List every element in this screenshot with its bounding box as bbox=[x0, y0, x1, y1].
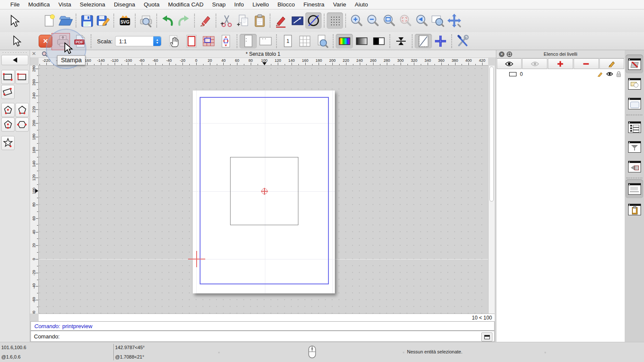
zoom-window-button[interactable] bbox=[430, 12, 446, 29]
ruler-tick bbox=[482, 63, 483, 65]
drawing-sheet-button[interactable] bbox=[415, 34, 432, 48]
edit-layer-button[interactable] bbox=[599, 58, 625, 69]
paste-button[interactable] bbox=[251, 12, 267, 29]
null-layer-button[interactable] bbox=[305, 12, 322, 29]
ruler-label: 60 bbox=[32, 212, 36, 225]
hairline-mode-button[interactable] bbox=[392, 34, 410, 48]
pen-properties-button[interactable] bbox=[273, 12, 289, 29]
layer-lock-icon[interactable] bbox=[616, 71, 621, 77]
layer-visible-icon[interactable] bbox=[606, 72, 613, 76]
menu-item-info[interactable]: Info bbox=[230, 1, 249, 8]
tool-rect-rotated[interactable] bbox=[1, 85, 15, 99]
menu-item-aiuto[interactable]: Aiuto bbox=[350, 1, 372, 8]
block-list-window-icon bbox=[628, 78, 641, 90]
dock-toggle-bar bbox=[625, 50, 644, 342]
layer-row[interactable]: 0 bbox=[496, 69, 625, 78]
dock-block-list-button[interactable] bbox=[626, 74, 643, 93]
menu-item-quota[interactable]: Quota bbox=[140, 1, 164, 8]
grayscale-button[interactable] bbox=[353, 34, 370, 48]
tool-polygon-2corners[interactable] bbox=[15, 103, 29, 117]
tool-rect-2points[interactable] bbox=[1, 70, 15, 84]
undo-button[interactable] bbox=[159, 12, 176, 29]
zoom-selection-button[interactable] bbox=[397, 12, 413, 29]
save-as-button[interactable] bbox=[95, 12, 111, 29]
add-layer-button[interactable] bbox=[548, 58, 573, 69]
tool-polygon-side-side[interactable] bbox=[15, 118, 29, 132]
copy-button[interactable] bbox=[235, 12, 251, 29]
dock-layer-list-button[interactable] bbox=[626, 54, 643, 73]
stepper-icon[interactable]: ▲▼ bbox=[153, 36, 161, 46]
landscape-button[interactable] bbox=[257, 34, 274, 48]
ruler-tick bbox=[319, 63, 319, 65]
new-document-button[interactable] bbox=[41, 12, 57, 29]
zoom-out-button[interactable] bbox=[365, 12, 381, 29]
dock-command-line-button[interactable] bbox=[626, 179, 643, 198]
menu-item-modifica-cad[interactable]: Modifica CAD bbox=[164, 1, 208, 8]
cut-button[interactable] bbox=[219, 12, 235, 29]
dock-property-editor-button[interactable] bbox=[626, 118, 643, 136]
menu-item-file[interactable]: File bbox=[6, 1, 24, 8]
ruler-tick bbox=[434, 64, 435, 65]
ruler-tick bbox=[468, 63, 469, 65]
black-white-button[interactable] bbox=[370, 34, 387, 48]
scrollbar-thumb[interactable] bbox=[489, 66, 494, 202]
separator bbox=[156, 14, 157, 27]
show-all-layers-button[interactable] bbox=[497, 58, 522, 69]
drawing-canvas[interactable] bbox=[39, 66, 488, 314]
svg-export-button[interactable]: SVG bbox=[116, 12, 133, 29]
toolbox-back-button[interactable] bbox=[1, 55, 28, 65]
grid-toggle-button[interactable] bbox=[327, 12, 343, 29]
ruler-tick bbox=[135, 64, 135, 65]
zoom-in-button[interactable] bbox=[348, 12, 365, 29]
dock-selection-filter-button[interactable] bbox=[626, 137, 643, 156]
property-editor-window-icon bbox=[628, 121, 641, 133]
full-color-button[interactable] bbox=[336, 34, 353, 48]
toolbox-drag-handle[interactable] bbox=[2, 51, 27, 54]
remove-layer-button[interactable] bbox=[574, 58, 599, 69]
save-button[interactable] bbox=[79, 12, 95, 29]
menu-item-disegna[interactable]: Disegna bbox=[109, 1, 140, 8]
menu-item-snap[interactable]: Snap bbox=[208, 1, 230, 8]
crosshair-origin-button[interactable] bbox=[432, 34, 449, 48]
dock-clipboard-button[interactable] bbox=[626, 200, 643, 219]
previous-view-button[interactable] bbox=[413, 12, 430, 29]
open-file-button[interactable] bbox=[57, 12, 73, 29]
pan-button[interactable] bbox=[446, 12, 462, 29]
command-window-button[interactable] bbox=[481, 332, 492, 341]
dock-command-tools-button[interactable] bbox=[626, 157, 643, 176]
pan-page-button[interactable] bbox=[166, 34, 183, 48]
tool-polygon-center-side[interactable] bbox=[1, 118, 15, 132]
layer-edit-icon[interactable] bbox=[598, 71, 603, 77]
pointer-tool-button[interactable] bbox=[9, 34, 26, 48]
dock-library-browser-button[interactable] bbox=[626, 94, 643, 113]
settings-tools-button[interactable] bbox=[454, 34, 471, 48]
attributes-button[interactable] bbox=[289, 12, 305, 29]
menu-item-livello[interactable]: Livello bbox=[248, 1, 273, 8]
tool-polygon-center-corner[interactable] bbox=[1, 103, 15, 117]
scale-combobox[interactable]: 1:1 ▲▼ bbox=[115, 36, 161, 46]
menu-item-blocco[interactable]: Blocco bbox=[273, 1, 299, 8]
zoom-to-page-button[interactable] bbox=[313, 34, 331, 48]
filter-window-icon bbox=[628, 141, 641, 153]
menu-item-varie[interactable]: Varie bbox=[329, 1, 351, 8]
tool-rect-orientation[interactable] bbox=[15, 70, 29, 84]
menu-item-modifica[interactable]: Modifica bbox=[24, 1, 54, 8]
menu-item-seleziona[interactable]: Seleziona bbox=[76, 1, 109, 8]
separator bbox=[270, 14, 270, 27]
menu-item-vista[interactable]: Vista bbox=[54, 1, 76, 8]
vertical-scrollbar[interactable] bbox=[488, 66, 495, 314]
tiled-pages-button[interactable] bbox=[200, 34, 217, 48]
tool-star[interactable] bbox=[1, 136, 15, 150]
portrait-button[interactable] bbox=[240, 34, 257, 48]
single-page-button[interactable]: 1 bbox=[279, 34, 296, 48]
auto-zoom-button[interactable] bbox=[381, 12, 397, 29]
fit-to-page-button[interactable] bbox=[217, 34, 234, 48]
print-preview-button[interactable] bbox=[138, 12, 154, 29]
hide-all-layers-button[interactable] bbox=[522, 58, 547, 69]
multiple-pages-button[interactable] bbox=[296, 34, 313, 48]
delete-button[interactable] bbox=[197, 12, 213, 29]
command-input[interactable]: Comando: bbox=[30, 331, 495, 342]
page-borders-button[interactable] bbox=[183, 34, 200, 48]
redo-button[interactable] bbox=[176, 12, 192, 29]
menu-item-finestra[interactable]: Finestra bbox=[299, 1, 329, 8]
